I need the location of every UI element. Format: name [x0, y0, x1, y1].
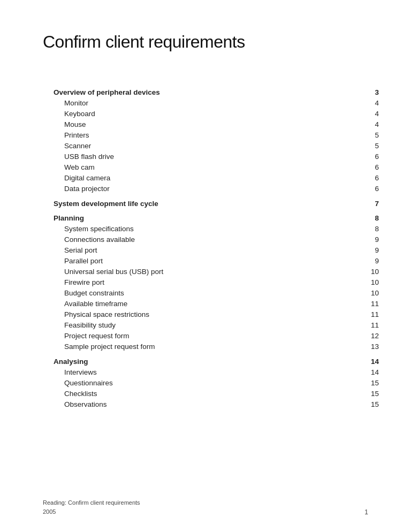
page-title: Confirm client requirements [43, 32, 368, 52]
toc-entry: Available timeframe11 [54, 299, 379, 309]
page: Confirm client requirements Overview of … [0, 0, 411, 532]
toc-entry-label: Web cam [54, 162, 337, 173]
footer-page-number: 1 [364, 508, 368, 516]
toc-entry-label: Printers [54, 130, 337, 141]
toc-entry-label: System specifications [54, 224, 337, 234]
toc-entry-page: 13 [337, 341, 379, 352]
toc-entry-page: 12 [337, 331, 379, 341]
toc-entry-page: 9 [337, 256, 379, 267]
toc-entry-page: 6 [337, 184, 379, 194]
toc-entry-label: Connections available [54, 234, 337, 245]
toc-entry-page: 15 [337, 377, 379, 388]
toc-entry-label: Keyboard [54, 109, 337, 119]
toc-entry-label: Firewire port [54, 277, 337, 288]
toc-entry-label: Mouse [54, 119, 337, 130]
toc-entry-label: Sample project request form [54, 341, 337, 352]
toc-section-label: Overview of peripheral devices [54, 84, 337, 98]
toc-section-header: Analysing14 [54, 352, 379, 367]
toc-entry-page: 4 [337, 119, 379, 130]
toc-entry-label: Checklists [54, 388, 337, 399]
toc-entry-page: 4 [337, 109, 379, 119]
toc-entry-page: 4 [337, 98, 379, 109]
toc-entry-label: Available timeframe [54, 299, 337, 309]
toc-entry-page: 8 [337, 224, 379, 234]
toc-entry: Feasibility study11 [54, 320, 379, 331]
toc-entry: Digital camera6 [54, 173, 379, 184]
toc-entry-label: Budget constraints [54, 288, 337, 299]
toc-entry-page: 10 [337, 267, 379, 277]
toc-entry-page: 9 [337, 245, 379, 256]
toc-entry-label: Parallel port [54, 256, 337, 267]
toc-section-label: Analysing [54, 352, 337, 367]
toc-entry: Sample project request form13 [54, 341, 379, 352]
toc-table: Overview of peripheral devices3Monitor4K… [54, 84, 379, 409]
toc-entry-page: 15 [337, 399, 379, 409]
toc-entry: Checklists15 [54, 388, 379, 399]
toc-entry-label: Feasibility study [54, 320, 337, 331]
toc-entry-page: 6 [337, 151, 379, 162]
toc-entry: Monitor4 [54, 98, 379, 109]
toc-entry-page: 14 [337, 367, 379, 377]
toc-entry-label: Questionnaires [54, 377, 337, 388]
toc-entry-label: Digital camera [54, 173, 337, 184]
toc-entry-label: Observations [54, 399, 337, 409]
toc-entry: Keyboard4 [54, 109, 379, 119]
toc-entry: Parallel port9 [54, 256, 379, 267]
footer: Reading: Confirm client requirements 200… [43, 498, 368, 516]
toc-entry: Mouse4 [54, 119, 379, 130]
toc-entry-label: Serial port [54, 245, 337, 256]
toc-section-page: 8 [337, 209, 379, 224]
toc-entry: Data projector6 [54, 184, 379, 194]
toc-entry-page: 15 [337, 388, 379, 399]
toc-entry: Serial port9 [54, 245, 379, 256]
toc-section-label: System development life cycle [54, 194, 337, 209]
toc-entry-page: 11 [337, 320, 379, 331]
toc-entry: Printers5 [54, 130, 379, 141]
toc-section-page: 7 [337, 194, 379, 209]
footer-left: Reading: Confirm client requirements 200… [43, 498, 140, 516]
toc-entry: Connections available9 [54, 234, 379, 245]
toc-entry: Universal serial bus (USB) port10 [54, 267, 379, 277]
toc-entry: Web cam6 [54, 162, 379, 173]
toc-section-header: System development life cycle7 [54, 194, 379, 209]
toc-entry-label: Project request form [54, 331, 337, 341]
toc-entry-page: 9 [337, 234, 379, 245]
toc-section-header: Planning8 [54, 209, 379, 224]
toc-section-header: Overview of peripheral devices3 [54, 84, 379, 98]
toc-entry-label: Data projector [54, 184, 337, 194]
toc-section-page: 3 [337, 84, 379, 98]
toc-entry-label: Interviews [54, 367, 337, 377]
toc-entry-page: 6 [337, 173, 379, 184]
toc-entry: Firewire port10 [54, 277, 379, 288]
toc-entry-label: Scanner [54, 141, 337, 151]
toc-entry-page: 5 [337, 141, 379, 151]
toc-entry: Interviews14 [54, 367, 379, 377]
toc-entry: Physical space restrictions11 [54, 309, 379, 320]
toc-entry: Budget constraints10 [54, 288, 379, 299]
toc-entry-page: 10 [337, 277, 379, 288]
footer-year: 2005 [43, 507, 140, 516]
toc-entry-page: 11 [337, 309, 379, 320]
toc-entry: Observations15 [54, 399, 379, 409]
toc-entry-label: Universal serial bus (USB) port [54, 267, 337, 277]
toc-section-label: Planning [54, 209, 337, 224]
footer-reading-label: Reading: Confirm client requirements [43, 498, 140, 507]
toc-entry: Project request form12 [54, 331, 379, 341]
toc-entry-label: Monitor [54, 98, 337, 109]
toc-entry: Questionnaires15 [54, 377, 379, 388]
toc-entry: System specifications8 [54, 224, 379, 234]
toc-entry-page: 10 [337, 288, 379, 299]
toc-entry-page: 6 [337, 162, 379, 173]
toc-entry-label: Physical space restrictions [54, 309, 337, 320]
toc-entry-label: USB flash drive [54, 151, 337, 162]
toc-entry-page: 5 [337, 130, 379, 141]
toc-section-page: 14 [337, 352, 379, 367]
toc-entry: Scanner5 [54, 141, 379, 151]
toc-entry: USB flash drive6 [54, 151, 379, 162]
toc-entry-page: 11 [337, 299, 379, 309]
